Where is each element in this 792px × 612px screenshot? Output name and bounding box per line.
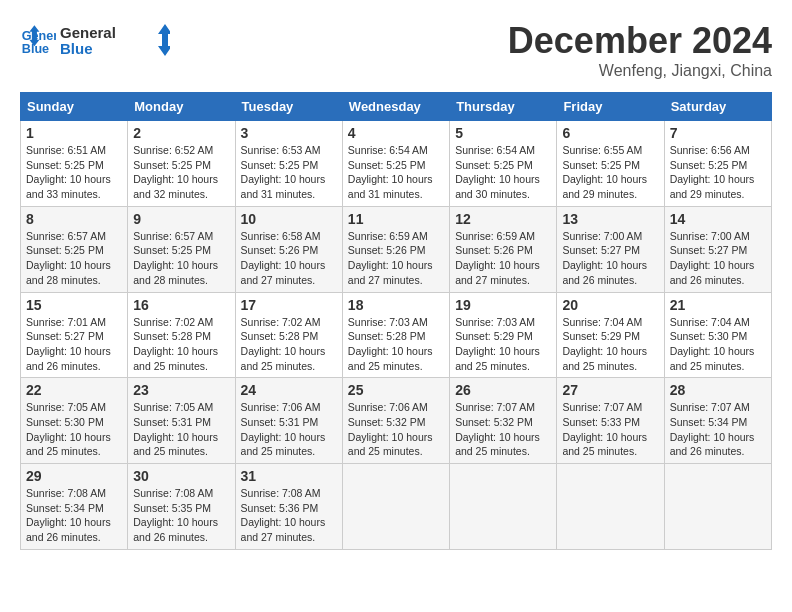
cell-content: Sunrise: 7:02 AM Sunset: 5:28 PM Dayligh…: [241, 315, 337, 374]
cell-content: Sunrise: 7:04 AM Sunset: 5:29 PM Dayligh…: [562, 315, 658, 374]
sunset-label: Sunset: 5:25 PM: [348, 159, 426, 171]
day-cell-5: 5 Sunrise: 6:54 AM Sunset: 5:25 PM Dayli…: [450, 121, 557, 207]
day-number: 8: [26, 211, 122, 227]
day-number: 11: [348, 211, 444, 227]
cell-content: Sunrise: 7:04 AM Sunset: 5:30 PM Dayligh…: [670, 315, 766, 374]
location: Wenfeng, Jiangxi, China: [508, 62, 772, 80]
day-number: 22: [26, 382, 122, 398]
week-row-1: 1 Sunrise: 6:51 AM Sunset: 5:25 PM Dayli…: [21, 121, 772, 207]
day-cell-15: 15 Sunrise: 7:01 AM Sunset: 5:27 PM Dayl…: [21, 292, 128, 378]
week-row-4: 22 Sunrise: 7:05 AM Sunset: 5:30 PM Dayl…: [21, 378, 772, 464]
cell-content: Sunrise: 7:08 AM Sunset: 5:36 PM Dayligh…: [241, 486, 337, 545]
sunset-label: Sunset: 5:28 PM: [348, 330, 426, 342]
day-number: 4: [348, 125, 444, 141]
title-block: December 2024 Wenfeng, Jiangxi, China: [508, 20, 772, 80]
cell-content: Sunrise: 6:57 AM Sunset: 5:25 PM Dayligh…: [26, 229, 122, 288]
sunset-label: Sunset: 5:28 PM: [133, 330, 211, 342]
day-number: 28: [670, 382, 766, 398]
col-wednesday: Wednesday: [342, 93, 449, 121]
day-cell-11: 11 Sunrise: 6:59 AM Sunset: 5:26 PM Dayl…: [342, 206, 449, 292]
day-cell-2: 2 Sunrise: 6:52 AM Sunset: 5:25 PM Dayli…: [128, 121, 235, 207]
daylight-label: Daylight: 10 hours and 26 minutes.: [26, 345, 111, 372]
sunrise-label: Sunrise: 7:00 AM: [562, 230, 642, 242]
sunrise-label: Sunrise: 6:53 AM: [241, 144, 321, 156]
cell-content: Sunrise: 6:58 AM Sunset: 5:26 PM Dayligh…: [241, 229, 337, 288]
daylight-label: Daylight: 10 hours and 30 minutes.: [455, 173, 540, 200]
sunset-label: Sunset: 5:25 PM: [670, 159, 748, 171]
sunset-label: Sunset: 5:28 PM: [241, 330, 319, 342]
sunset-label: Sunset: 5:31 PM: [133, 416, 211, 428]
cell-content: Sunrise: 7:07 AM Sunset: 5:32 PM Dayligh…: [455, 400, 551, 459]
daylight-label: Daylight: 10 hours and 25 minutes.: [133, 431, 218, 458]
calendar-table: Sunday Monday Tuesday Wednesday Thursday…: [20, 92, 772, 550]
daylight-label: Daylight: 10 hours and 28 minutes.: [133, 259, 218, 286]
cell-content: Sunrise: 7:05 AM Sunset: 5:30 PM Dayligh…: [26, 400, 122, 459]
sunrise-label: Sunrise: 6:54 AM: [348, 144, 428, 156]
sunrise-label: Sunrise: 7:03 AM: [455, 316, 535, 328]
empty-cell: [450, 464, 557, 550]
cell-content: Sunrise: 6:56 AM Sunset: 5:25 PM Dayligh…: [670, 143, 766, 202]
daylight-label: Daylight: 10 hours and 27 minutes.: [348, 259, 433, 286]
day-number: 31: [241, 468, 337, 484]
day-cell-26: 26 Sunrise: 7:07 AM Sunset: 5:32 PM Dayl…: [450, 378, 557, 464]
day-number: 21: [670, 297, 766, 313]
sunset-label: Sunset: 5:25 PM: [26, 244, 104, 256]
sunset-label: Sunset: 5:25 PM: [455, 159, 533, 171]
day-number: 12: [455, 211, 551, 227]
daylight-label: Daylight: 10 hours and 25 minutes.: [455, 431, 540, 458]
daylight-label: Daylight: 10 hours and 25 minutes.: [241, 345, 326, 372]
daylight-label: Daylight: 10 hours and 25 minutes.: [26, 431, 111, 458]
daylight-label: Daylight: 10 hours and 25 minutes.: [133, 345, 218, 372]
cell-content: Sunrise: 7:02 AM Sunset: 5:28 PM Dayligh…: [133, 315, 229, 374]
col-friday: Friday: [557, 93, 664, 121]
logo: General Blue General Blue: [20, 20, 170, 64]
day-cell-27: 27 Sunrise: 7:07 AM Sunset: 5:33 PM Dayl…: [557, 378, 664, 464]
cell-content: Sunrise: 7:06 AM Sunset: 5:32 PM Dayligh…: [348, 400, 444, 459]
day-cell-28: 28 Sunrise: 7:07 AM Sunset: 5:34 PM Dayl…: [664, 378, 771, 464]
day-number: 2: [133, 125, 229, 141]
sunrise-label: Sunrise: 6:57 AM: [133, 230, 213, 242]
day-number: 3: [241, 125, 337, 141]
sunset-label: Sunset: 5:27 PM: [562, 244, 640, 256]
cell-content: Sunrise: 6:59 AM Sunset: 5:26 PM Dayligh…: [455, 229, 551, 288]
day-cell-19: 19 Sunrise: 7:03 AM Sunset: 5:29 PM Dayl…: [450, 292, 557, 378]
sunset-label: Sunset: 5:26 PM: [241, 244, 319, 256]
sunset-label: Sunset: 5:33 PM: [562, 416, 640, 428]
day-cell-24: 24 Sunrise: 7:06 AM Sunset: 5:31 PM Dayl…: [235, 378, 342, 464]
sunrise-label: Sunrise: 7:08 AM: [133, 487, 213, 499]
day-number: 17: [241, 297, 337, 313]
daylight-label: Daylight: 10 hours and 27 minutes.: [241, 516, 326, 543]
calendar-header-row: Sunday Monday Tuesday Wednesday Thursday…: [21, 93, 772, 121]
sunset-label: Sunset: 5:25 PM: [241, 159, 319, 171]
daylight-label: Daylight: 10 hours and 29 minutes.: [562, 173, 647, 200]
cell-content: Sunrise: 7:00 AM Sunset: 5:27 PM Dayligh…: [670, 229, 766, 288]
sunrise-label: Sunrise: 6:52 AM: [133, 144, 213, 156]
sunrise-label: Sunrise: 7:01 AM: [26, 316, 106, 328]
day-cell-25: 25 Sunrise: 7:06 AM Sunset: 5:32 PM Dayl…: [342, 378, 449, 464]
day-number: 1: [26, 125, 122, 141]
daylight-label: Daylight: 10 hours and 32 minutes.: [133, 173, 218, 200]
sunset-label: Sunset: 5:25 PM: [562, 159, 640, 171]
cell-content: Sunrise: 7:08 AM Sunset: 5:34 PM Dayligh…: [26, 486, 122, 545]
daylight-label: Daylight: 10 hours and 25 minutes.: [455, 345, 540, 372]
month-title: December 2024: [508, 20, 772, 62]
sunrise-label: Sunrise: 7:06 AM: [348, 401, 428, 413]
day-cell-21: 21 Sunrise: 7:04 AM Sunset: 5:30 PM Dayl…: [664, 292, 771, 378]
sunrise-label: Sunrise: 7:04 AM: [670, 316, 750, 328]
day-cell-7: 7 Sunrise: 6:56 AM Sunset: 5:25 PM Dayli…: [664, 121, 771, 207]
daylight-label: Daylight: 10 hours and 27 minutes.: [241, 259, 326, 286]
cell-content: Sunrise: 6:57 AM Sunset: 5:25 PM Dayligh…: [133, 229, 229, 288]
svg-text:General: General: [60, 24, 116, 41]
day-cell-12: 12 Sunrise: 6:59 AM Sunset: 5:26 PM Dayl…: [450, 206, 557, 292]
day-cell-14: 14 Sunrise: 7:00 AM Sunset: 5:27 PM Dayl…: [664, 206, 771, 292]
sunrise-label: Sunrise: 7:07 AM: [455, 401, 535, 413]
cell-content: Sunrise: 7:03 AM Sunset: 5:28 PM Dayligh…: [348, 315, 444, 374]
sunset-label: Sunset: 5:26 PM: [348, 244, 426, 256]
cell-content: Sunrise: 6:51 AM Sunset: 5:25 PM Dayligh…: [26, 143, 122, 202]
svg-marker-5: [158, 24, 170, 56]
day-cell-30: 30 Sunrise: 7:08 AM Sunset: 5:35 PM Dayl…: [128, 464, 235, 550]
daylight-label: Daylight: 10 hours and 26 minutes.: [133, 516, 218, 543]
col-saturday: Saturday: [664, 93, 771, 121]
day-number: 15: [26, 297, 122, 313]
sunset-label: Sunset: 5:25 PM: [133, 244, 211, 256]
